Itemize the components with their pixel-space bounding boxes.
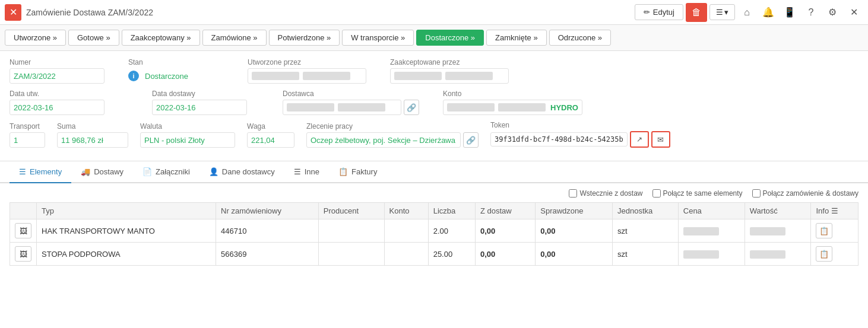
link-icon: 🔗: [407, 103, 416, 112]
form-row-3: Transport 1 Suma 11 968,76 zł Waluta PLN…: [9, 121, 859, 148]
close-icon: ✕: [9, 7, 17, 18]
transport-label: Transport: [9, 122, 45, 130]
tab-inne[interactable]: ☰ Inne: [284, 161, 329, 183]
home-button[interactable]: ⌂: [737, 3, 756, 22]
link-icon-2: 🔗: [466, 136, 476, 145]
th-z-dostaw: Z dostaw: [475, 203, 535, 219]
row2-liczba: 25.00: [428, 243, 475, 266]
tab-zalaczniki[interactable]: 📄 Załączniki: [133, 161, 199, 183]
suma-group: Suma 11 968,76 zł: [57, 122, 128, 148]
stan-group: Stan i Dostarczone: [128, 58, 188, 84]
token-row: 39f31dfd-bc7f-498d-b24c-54235b ↗ ✉: [490, 131, 670, 148]
waluta-label: Waluta: [140, 122, 235, 130]
checkbox-polacz-same[interactable]: Połącz te same elementy: [652, 189, 743, 198]
checkbox-polacz-zamowienie-input[interactable]: [752, 189, 761, 198]
tab-zaakceptowany[interactable]: Zaakceptowany »: [122, 30, 200, 46]
created-by-label: Utworzone przez: [248, 58, 366, 66]
top-bar-actions: ✏ Edytuj 🗑 ☰ ▾ ⌂ 🔔 📱 ? ⚙ ✕: [635, 3, 863, 22]
mobile-button[interactable]: 📱: [780, 3, 799, 22]
top-bar-title: Zamówienie Dostawa ZAM/3/2022: [26, 8, 630, 17]
tab-dostarczone[interactable]: Dostarczone »: [416, 30, 484, 46]
th-icon: [10, 203, 37, 219]
row1-cena-blurred: [683, 227, 719, 235]
table-menu-icon[interactable]: ☰: [831, 206, 838, 215]
tab-w-transporcie[interactable]: W transporcie »: [342, 30, 414, 46]
konto-label: Konto: [443, 90, 582, 98]
checkbox-wstecznie[interactable]: Wstecznie z dostaw: [569, 189, 642, 198]
tab-gotowe[interactable]: Gotowe »: [68, 30, 119, 46]
tab-zamowione[interactable]: Zamówione »: [202, 30, 267, 46]
data-utw-label: Data utw.: [9, 90, 104, 98]
accepted-by-label: Zaakceptowane przez: [390, 58, 509, 66]
tab-odrzucone[interactable]: Odrzucone »: [549, 30, 611, 46]
dostawca-row: 🔗: [283, 100, 419, 115]
mail-icon: ✉: [657, 135, 664, 144]
x-icon: ✕: [850, 7, 858, 18]
token-mail-button[interactable]: ✉: [651, 131, 670, 148]
elements-table: Typ Nr zamówieniowy Producent Konto Licz…: [9, 202, 859, 266]
row1-wartosc-blurred: [750, 227, 785, 235]
tab-dostawy[interactable]: 🚚 Dostawy: [71, 161, 133, 183]
help-button[interactable]: ?: [802, 3, 821, 22]
row1-z-dostaw: 0,00: [475, 219, 535, 243]
created-by-blurred: [252, 72, 299, 80]
data-dostawy-value: 2022-03-16: [152, 100, 247, 115]
row1-image-button[interactable]: 🖼: [15, 223, 31, 238]
th-producent: Producent: [318, 203, 384, 219]
form-row-2: Data utw. 2022-03-16 Data dostawy 2022-0…: [9, 90, 859, 115]
image-icon-2: 🖼: [20, 250, 27, 259]
konto-blurred2: [498, 103, 546, 112]
row2-wartosc: [745, 243, 811, 266]
tab-utworzone[interactable]: Utworzone »: [5, 30, 66, 46]
edit-button[interactable]: ✏ Edytuj: [635, 4, 683, 20]
delete-icon: 🗑: [692, 7, 701, 18]
row1-producent: [318, 219, 384, 243]
content-tabs: ☰ Elementy 🚚 Dostawy 📄 Załączniki 👤 Dane…: [0, 161, 868, 183]
th-liczba: Liczba: [428, 203, 475, 219]
tab-dane-dostawcy[interactable]: 👤 Dane dostawcy: [199, 161, 284, 183]
numer-label: Numer: [9, 58, 104, 66]
row1-nr: 446710: [216, 219, 319, 243]
accepted-by-group: Zaakceptowane przez: [390, 58, 509, 84]
row2-info: 📋: [811, 243, 859, 266]
data-utw-value: 2022-03-16: [9, 100, 104, 115]
stan-label: Stan: [128, 58, 188, 66]
suma-label: Suma: [57, 122, 128, 130]
checkbox-polacz-zamowienie[interactable]: Połącz zamówienie & dostawy: [752, 189, 859, 198]
token-value: 39f31dfd-bc7f-498d-b24c-54235b: [490, 132, 628, 147]
tab-faktury[interactable]: 📋 Faktury: [329, 161, 387, 183]
zlecenie-link-button[interactable]: 🔗: [463, 132, 479, 148]
data-utw-group: Data utw. 2022-03-16: [9, 90, 104, 115]
zlecenie-group: Zlecenie pracy Oczep żelbetowy, poj. Sek…: [306, 122, 479, 148]
info-icon[interactable]: i: [128, 71, 139, 81]
tab-elementy[interactable]: ☰ Elementy: [9, 161, 71, 183]
waluta-value: PLN - polski Złoty: [140, 132, 235, 148]
checkbox-wstecznie-input[interactable]: [569, 189, 577, 198]
th-konto: Konto: [384, 203, 428, 219]
doc-icon: 📋: [819, 227, 829, 235]
menu-button[interactable]: ☰ ▾: [709, 4, 735, 20]
row1-doc-button[interactable]: 📋: [816, 223, 832, 238]
window-close-button[interactable]: ✕: [844, 3, 863, 22]
data-dostawy-label: Data dostawy: [152, 90, 247, 98]
token-label: Token: [490, 121, 670, 129]
form-row-1: Numer ZAM/3/2022 Stan i Dostarczone Utwo…: [9, 58, 859, 84]
dostawca-link-button[interactable]: 🔗: [404, 100, 419, 115]
top-bar-close-button[interactable]: ✕: [5, 4, 21, 21]
token-open-button[interactable]: ↗: [630, 131, 649, 148]
settings-button[interactable]: ⚙: [823, 3, 842, 22]
tab-zamkniete[interactable]: Zamknięte »: [486, 30, 547, 46]
delete-button[interactable]: 🗑: [686, 3, 707, 22]
data-dostawy-group: Data dostawy 2022-03-16: [152, 90, 247, 115]
row2-image-button[interactable]: 🖼: [15, 246, 31, 262]
mobile-icon: 📱: [784, 7, 796, 18]
row2-jednostka: szt: [612, 243, 678, 266]
tab-potwierdzone[interactable]: Potwierdzone »: [269, 30, 340, 46]
dostawca-value: [283, 100, 401, 115]
external-link-icon: ↗: [636, 135, 642, 144]
bell-button[interactable]: 🔔: [759, 3, 778, 22]
stan-value: Dostarczone: [145, 72, 188, 81]
table-row: 🖼 STOPA PODPOROWA 566369 25.00 0,00 0,00…: [10, 243, 859, 266]
checkbox-polacz-same-input[interactable]: [652, 189, 661, 198]
row2-doc-button[interactable]: 📋: [816, 246, 832, 262]
